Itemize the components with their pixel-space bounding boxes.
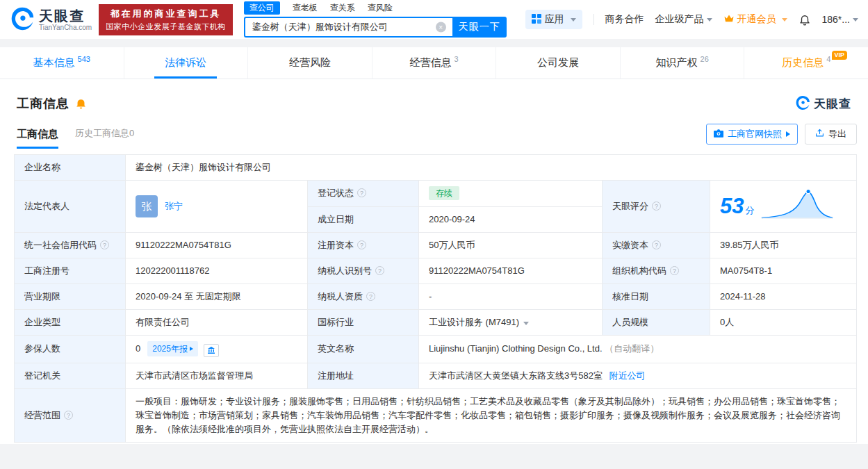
- table-row: 企业类型 有限责任公司 国标行业 工业设计服务 (M7491) 人员规模 0人: [15, 310, 857, 336]
- subtab-history-business-info[interactable]: 历史工商信息0: [75, 127, 134, 149]
- score-cell: 53分: [710, 181, 857, 233]
- search-row: 天眼一下: [244, 17, 507, 38]
- taxpayer-quality-label-text: 纳税人资质: [318, 291, 363, 302]
- table-row: 法定代表人 张 张宁 登记状态 存续 天眼评分 53分: [15, 181, 857, 207]
- notifications-button[interactable]: [799, 13, 811, 26]
- header-menu: 应用 商务合作 企业级产品 开通会员 186*...: [525, 10, 858, 29]
- chevron-down-icon[interactable]: [523, 322, 529, 325]
- tab-operating-info[interactable]: 经营信息 3: [372, 47, 496, 79]
- search-button[interactable]: 天眼一下: [452, 17, 507, 38]
- nearby-companies-link[interactable]: 附近公司: [609, 370, 646, 381]
- business-info-card: 工商信息 天眼查 工商信息 历史工商信息0: [0, 79, 868, 444]
- legal-rep-label: 法定代表人: [15, 181, 126, 233]
- promo-banner-line1: 都在用的商业查询工具: [106, 8, 226, 20]
- apps-grid-icon: [532, 14, 541, 26]
- vip-badge: VIP: [832, 51, 848, 60]
- arrow-right-icon: [190, 347, 193, 351]
- tab-operating-risk-label: 经营风险: [289, 56, 331, 69]
- legal-rep-avatar[interactable]: 张: [136, 195, 158, 217]
- info-icon[interactable]: [670, 266, 679, 275]
- chevron-down-icon: [571, 18, 576, 22]
- info-icon[interactable]: [357, 188, 366, 197]
- subtab-business-info[interactable]: 工商信息: [17, 128, 58, 149]
- chevron-down-icon: [782, 18, 787, 22]
- score-distribution-chart: [758, 186, 836, 227]
- info-icon[interactable]: [100, 240, 109, 249]
- chevron-down-icon: [707, 18, 712, 22]
- credit-code-label: 统一社会信用代码: [15, 233, 126, 258]
- search-input[interactable]: [244, 17, 452, 38]
- taxpayer-id-label: 纳税人识别号: [308, 258, 419, 284]
- insured-count-cell: 02025年报: [126, 336, 308, 363]
- establish-date-label: 成立日期: [308, 206, 419, 233]
- search-tab-risk[interactable]: 查风险: [368, 2, 393, 14]
- official-snapshot-button[interactable]: 工商官网快照: [706, 124, 798, 145]
- company-type-value: 有限责任公司: [126, 310, 308, 336]
- company-name-value: 鎏金树（天津）服饰设计有限公司: [126, 155, 857, 181]
- tab-history-info[interactable]: 历史信息 4 VIP: [744, 47, 868, 79]
- reg-capital-value: 50万人民币: [419, 233, 603, 258]
- tab-intellectual-property-count: 26: [701, 55, 709, 63]
- apps-menu[interactable]: 应用: [525, 10, 582, 29]
- tab-legal-proceedings[interactable]: 法律诉讼: [124, 47, 248, 79]
- tab-basic-info[interactable]: 基本信息 543: [0, 47, 124, 79]
- legal-rep-name-link[interactable]: 张宁: [165, 199, 183, 213]
- logo-domain: TianYanCha.com: [39, 24, 92, 31]
- tab-company-development-label: 公司发展: [537, 56, 579, 69]
- tab-company-development[interactable]: 公司发展: [496, 47, 620, 79]
- paid-capital-value: 39.85万人民币: [710, 233, 857, 258]
- enterprise-products-label: 企业级产品: [655, 13, 704, 26]
- table-row: 登记机关 天津市武清区市场监督管理局 注册地址 天津市武清区大黄堡镇大东路支线3…: [15, 363, 857, 388]
- info-icon[interactable]: [64, 411, 73, 420]
- reg-capital-label: 注册资本: [308, 233, 419, 258]
- search-tab-company[interactable]: 查公司: [244, 1, 280, 15]
- status-badge: 存续: [429, 186, 459, 200]
- announcement-icon[interactable]: [75, 98, 87, 110]
- company-name-label: 企业名称: [15, 155, 126, 181]
- annual-report-tag-label: 2025年报: [152, 342, 188, 356]
- business-term-value: 2020-09-24 至 无固定期限: [126, 284, 308, 310]
- tab-history-info-count: 4: [826, 55, 830, 63]
- watermark-brand-text: 天眼查: [814, 96, 851, 112]
- info-icon[interactable]: [652, 240, 661, 249]
- industry-cell: 工业设计服务 (M7491): [419, 310, 603, 336]
- search-tab-boss[interactable]: 查老板: [293, 2, 318, 14]
- tab-intellectual-property-label: 知识产权: [656, 56, 698, 69]
- company-type-label: 企业类型: [15, 310, 126, 336]
- enterprise-products-menu[interactable]: 企业级产品: [655, 13, 712, 26]
- section-action-buttons: 工商官网快照 导出: [706, 124, 857, 149]
- account-menu[interactable]: 186*...: [822, 14, 858, 25]
- info-icon[interactable]: [652, 201, 661, 211]
- tab-operating-risk[interactable]: 经营风险: [247, 47, 372, 79]
- promo-banner: 都在用的商业查询工具 国家中小企业发展子基金旗下机构: [99, 4, 233, 35]
- info-icon[interactable]: [375, 266, 384, 275]
- info-icon[interactable]: [357, 240, 366, 249]
- business-term-label: 营业期限: [15, 284, 126, 310]
- establish-date-value: 2020-09-24: [419, 206, 603, 233]
- taxpayer-quality-value: -: [419, 284, 603, 310]
- subtab-row: 工商信息 历史工商信息0 工商官网快照: [0, 124, 868, 149]
- score-label: 天眼评分: [603, 181, 710, 233]
- report-compare-button[interactable]: [204, 344, 219, 357]
- reg-capital-label-text: 注册资本: [318, 240, 354, 250]
- vip-upgrade-menu[interactable]: 开通会员: [723, 13, 787, 26]
- clear-search-icon[interactable]: [436, 22, 446, 32]
- tab-legal-proceedings-label: 法律诉讼: [165, 56, 206, 69]
- taxpayer-id-label-text: 纳税人识别号: [318, 265, 372, 276]
- org-code-label-text: 组织机构代码: [612, 265, 666, 276]
- company-nav-tabs: 基本信息 543 法律诉讼 经营风险 经营信息 3 公司发展 知识产权 26 历…: [0, 47, 868, 79]
- business-cooperation-link[interactable]: 商务合作: [605, 13, 644, 26]
- annual-report-tag[interactable]: 2025年报: [147, 341, 198, 356]
- org-code-label: 组织机构代码: [603, 258, 710, 284]
- tab-basic-info-count: 543: [78, 55, 90, 63]
- table-row: 统一社会信用代码 91120222MA0754T81G 注册资本 50万人民币 …: [15, 233, 857, 258]
- info-icon[interactable]: [366, 292, 375, 301]
- tianyancha-logo[interactable]: 天眼查 TianYanCha.com: [10, 6, 92, 33]
- english-name-label: 英文名称: [308, 336, 419, 363]
- export-button[interactable]: 导出: [805, 124, 857, 145]
- address-label: 注册地址: [308, 363, 419, 388]
- top-header: 天眼查 TianYanCha.com 都在用的商业查询工具 国家中小企业发展子基…: [0, 0, 868, 39]
- search-tab-relation[interactable]: 查关系: [330, 2, 355, 14]
- section-header: 工商信息 天眼查: [0, 90, 868, 117]
- tab-intellectual-property[interactable]: 知识产权 26: [620, 47, 744, 79]
